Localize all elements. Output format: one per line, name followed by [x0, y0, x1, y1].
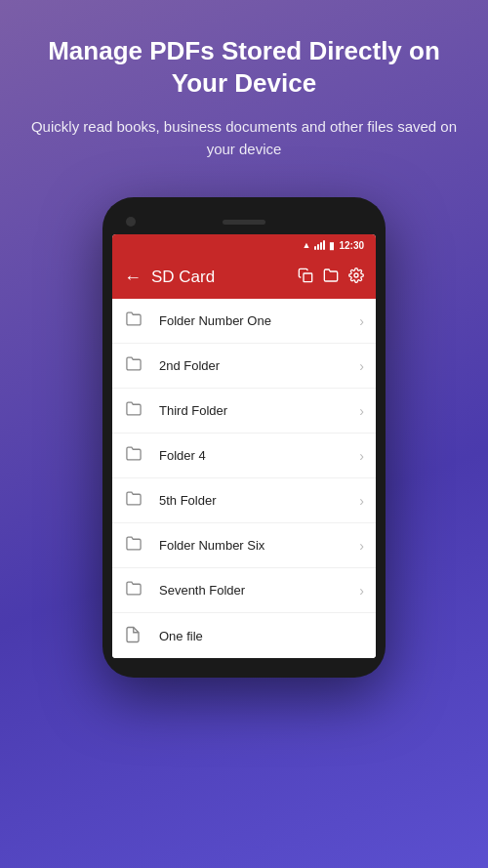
folder-icon[interactable]: [323, 268, 339, 287]
folder-icon: [124, 310, 145, 332]
folder-icon: [124, 535, 145, 557]
back-button[interactable]: ←: [124, 268, 142, 288]
list-item[interactable]: Folder 4 ›: [112, 434, 376, 478]
toolbar-title: SD Card: [151, 268, 288, 287]
wifi-icon: ▲: [303, 240, 311, 250]
hero-title: Manage PDFs Stored Directly on Your Devi…: [29, 35, 459, 99]
chevron-right-icon: ›: [359, 403, 364, 419]
phone-screen: ▲ ▮ 12:30 ← SD Card: [112, 234, 376, 658]
chevron-right-icon: ›: [359, 538, 364, 554]
status-icons: ▲ ▮ 12:30: [303, 240, 365, 251]
file-name: Folder 4: [159, 448, 359, 463]
battery-icon: ▮: [329, 240, 335, 251]
file-name: Folder Number One: [159, 313, 359, 328]
list-item[interactable]: 5th Folder ›: [112, 478, 376, 523]
hero-subtitle: Quickly read books, business documents a…: [29, 116, 459, 160]
chevron-right-icon: ›: [359, 313, 364, 329]
folder-icon: [124, 355, 145, 377]
file-name: 2nd Folder: [159, 358, 359, 373]
folder-icon: [124, 490, 145, 512]
list-item[interactable]: Folder Number Six ›: [112, 523, 376, 568]
file-name: 5th Folder: [159, 493, 359, 508]
file-name: Third Folder: [159, 403, 359, 418]
toolbar-actions: [298, 268, 364, 287]
chevron-right-icon: ›: [359, 493, 364, 509]
list-item[interactable]: Folder Number One ›: [112, 299, 376, 344]
file-name: Seventh Folder: [159, 583, 359, 598]
folder-icon: [124, 580, 145, 601]
hero-section: Manage PDFs Stored Directly on Your Devi…: [0, 0, 488, 180]
phone-camera: [126, 217, 136, 227]
chevron-right-icon: ›: [359, 583, 364, 599]
folder-icon: [124, 445, 145, 467]
app-toolbar: ← SD Card: [112, 256, 376, 299]
file-name: Folder Number Six: [159, 538, 359, 553]
list-item[interactable]: Third Folder ›: [112, 389, 376, 434]
phone-notch: [112, 211, 376, 232]
list-item[interactable]: 2nd Folder ›: [112, 344, 376, 389]
chevron-right-icon: ›: [359, 448, 364, 464]
list-item[interactable]: Seventh Folder ›: [112, 568, 376, 613]
status-bar: ▲ ▮ 12:30: [112, 234, 376, 256]
file-list: Folder Number One › 2nd Folder › Third F…: [112, 299, 376, 658]
status-time: 12:30: [339, 240, 364, 251]
list-item[interactable]: One file: [112, 613, 376, 658]
copy-icon[interactable]: [298, 268, 313, 287]
svg-rect-0: [304, 273, 312, 282]
file-icon: [124, 625, 145, 646]
file-name: One file: [159, 629, 364, 643]
chevron-right-icon: ›: [359, 358, 364, 374]
folder-icon: [124, 400, 145, 422]
phone-device: ▲ ▮ 12:30 ← SD Card: [102, 197, 386, 678]
settings-icon[interactable]: [348, 268, 364, 287]
phone-speaker: [223, 220, 265, 225]
signal-icon: [314, 240, 325, 250]
svg-point-1: [354, 273, 358, 277]
